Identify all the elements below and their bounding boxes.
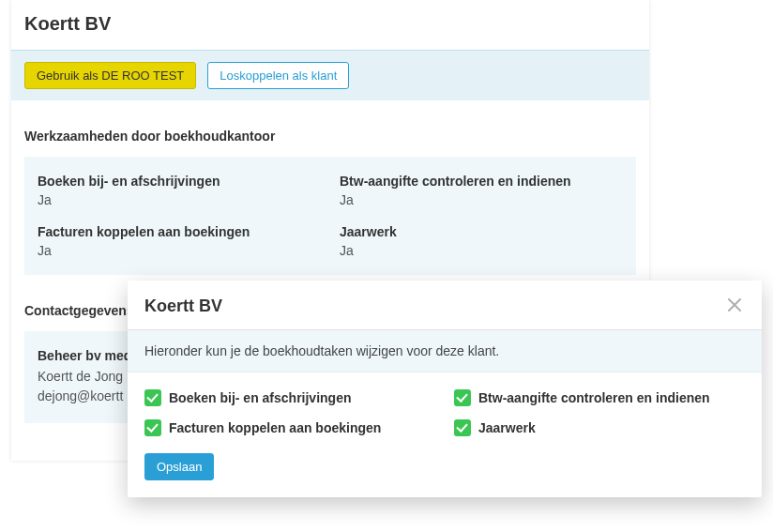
tasks-panel: Boeken bij- en afschrijvingen Ja Btw-aan… [24,157,636,275]
checkbox-label: Btw-aangifte controleren en indienen [478,390,710,405]
action-bar: Gebruik als DE ROO TEST Loskoppelen als … [11,51,649,100]
task-value: Ja [38,243,321,258]
checkbox-row-facturen[interactable]: Facturen koppelen aan boekingen [144,419,435,436]
unlink-client-button[interactable]: Loskoppelen als klant [207,62,349,89]
modal-banner: Hieronder kun je de boekhoudtaken wijzig… [128,330,762,372]
modal-title: Koertt BV [144,296,222,316]
checkbox-row-btw[interactable]: Btw-aangifte controleren en indienen [454,389,745,406]
task-value: Ja [38,192,321,207]
checkbox-checked-icon [144,389,161,406]
tasks-section-heading: Werkzaamheden door boekhoudkantoor [11,100,649,157]
task-item: Btw-aangifte controleren en indienen Ja [340,174,623,207]
close-icon [728,298,741,312]
save-button[interactable]: Opslaan [144,453,214,480]
checkbox-grid: Boeken bij- en afschrijvingen Btw-aangif… [144,389,745,436]
task-label: Jaarwerk [340,224,623,239]
modal-close-button[interactable] [724,296,745,316]
task-value: Ja [340,192,623,207]
checkbox-checked-icon [454,419,471,436]
task-value: Ja [340,243,623,258]
checkbox-row-boeken[interactable]: Boeken bij- en afschrijvingen [144,389,435,406]
task-label: Facturen koppelen aan boekingen [38,224,321,239]
task-item: Facturen koppelen aan boekingen Ja [38,224,321,258]
task-item: Jaarwerk Ja [340,224,623,258]
checkbox-checked-icon [144,419,161,436]
checkbox-row-jaarwerk[interactable]: Jaarwerk [454,419,745,436]
modal-header: Koertt BV [128,281,762,330]
task-label: Boeken bij- en afschrijvingen [38,174,321,189]
use-as-button[interactable]: Gebruik als DE ROO TEST [24,62,196,89]
checkbox-label: Boeken bij- en afschrijvingen [169,390,352,405]
edit-tasks-modal: Koertt BV Hieronder kun je de boekhoudta… [128,281,762,497]
page-title: Koertt BV [11,0,649,51]
checkbox-label: Jaarwerk [478,420,536,435]
checkbox-checked-icon [454,389,471,406]
task-item: Boeken bij- en afschrijvingen Ja [38,174,321,207]
task-label: Btw-aangifte controleren en indienen [340,174,623,189]
checkbox-label: Facturen koppelen aan boekingen [169,420,381,435]
modal-body: Boeken bij- en afschrijvingen Btw-aangif… [128,372,762,497]
